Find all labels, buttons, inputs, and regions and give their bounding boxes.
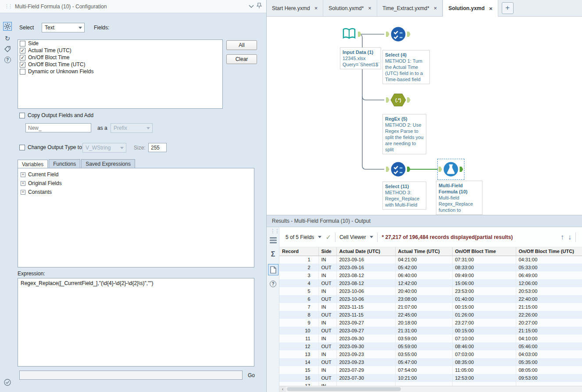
table-cell[interactable]: 21:15:00 xyxy=(516,327,582,335)
prefix-text-input[interactable] xyxy=(25,123,91,132)
output-anchor[interactable] xyxy=(460,167,463,172)
close-icon[interactable]: × xyxy=(314,5,318,11)
field-row[interactable]: ✓On/Off Bloct Time (UTC) xyxy=(18,61,222,68)
table-cell[interactable]: 2023-09-30 xyxy=(336,335,395,342)
tab-variables[interactable]: Variables xyxy=(18,160,48,169)
help-icon[interactable]: ? xyxy=(269,280,277,288)
table-cell[interactable]: 2023-10-06 xyxy=(336,287,395,295)
variables-tree[interactable]: +Current Field+Original Fields+Constants xyxy=(18,168,254,267)
table-row[interactable]: 5IN2023-10-0620:40:0023:53:0020:53:00 xyxy=(279,287,582,295)
tool-select-4[interactable] xyxy=(390,26,406,42)
table-cell[interactable]: 20:18:00 xyxy=(395,319,452,327)
sigma-icon[interactable]: Σ xyxy=(269,250,277,258)
table-cell[interactable]: 05:46:00 xyxy=(516,342,582,350)
table-cell[interactable]: 06:49:00 xyxy=(516,271,582,279)
table-cell[interactable]: 2023-09-23 xyxy=(336,350,395,358)
table-cell[interactable]: IN xyxy=(318,319,336,327)
new-workflow-tab-button[interactable]: + xyxy=(502,2,514,14)
table-cell[interactable]: 21:07:00 xyxy=(395,303,452,311)
table-cell[interactable]: 07:03:00 xyxy=(452,350,516,358)
table-cell[interactable]: 04:03:00 xyxy=(516,350,582,358)
table-cell[interactable]: 07:10:00 xyxy=(452,335,516,342)
table-cell[interactable]: 11:05:00 xyxy=(452,366,516,374)
table-row[interactable]: 1IN2023-09-1604:21:0007:31:0004:31:00 xyxy=(279,256,582,264)
table-cell[interactable]: 00:15:00 xyxy=(452,303,516,311)
refresh-circle-icon[interactable]: ↻ xyxy=(3,34,12,43)
table-row[interactable]: 16OUT2023-07-3010:21:0012:53:0009:53:00 xyxy=(279,374,582,382)
table-cell[interactable]: 2023-07-29 xyxy=(336,366,395,374)
field-checkbox[interactable]: ✓ xyxy=(20,62,25,68)
table-cell[interactable]: OUT xyxy=(318,342,336,350)
table-cell[interactable] xyxy=(516,382,582,386)
input-anchor[interactable] xyxy=(439,167,442,172)
tool-multi-field-formula[interactable] xyxy=(443,161,459,177)
table-cell[interactable]: 10:21:00 xyxy=(395,374,452,382)
table-cell[interactable]: 1 xyxy=(279,256,318,264)
column-header[interactable]: Side xyxy=(318,247,336,256)
table-cell[interactable]: 23:08:00 xyxy=(395,295,452,303)
expression-editor[interactable]: Regex_Replace([_CurrentField_],"(\d{4}-\… xyxy=(18,278,254,366)
table-cell[interactable]: 17 xyxy=(279,382,318,386)
field-checkbox[interactable]: ✓ xyxy=(20,55,25,61)
change-type-checkbox[interactable] xyxy=(19,145,25,150)
clear-button[interactable]: Clear xyxy=(226,54,257,64)
tool-select-11[interactable] xyxy=(390,161,406,177)
field-row[interactable]: Side xyxy=(18,40,222,47)
field-row[interactable]: ✓Actual Time (UTC) xyxy=(18,47,222,54)
table-cell[interactable]: 20:40:00 xyxy=(395,287,452,295)
panel-grip[interactable]: ⋮⋮ xyxy=(4,4,11,9)
table-cell[interactable]: OUT xyxy=(318,374,336,382)
table-cell[interactable]: 13 xyxy=(279,350,318,358)
table-cell[interactable]: 03:55:00 xyxy=(395,350,452,358)
table-cell[interactable]: 00:15:00 xyxy=(452,327,516,335)
close-icon[interactable]: × xyxy=(489,5,493,12)
table-cell[interactable]: 4 xyxy=(279,279,318,287)
table-row[interactable]: 2OUT2023-09-1605:42:0008:33:0005:33:00 xyxy=(279,264,582,271)
table-cell[interactable]: 2023-09-16 xyxy=(336,256,395,264)
table-cell[interactable]: 2023-09-23 xyxy=(336,358,395,366)
table-cell[interactable]: 22:40:00 xyxy=(516,295,582,303)
tool-input-data[interactable] xyxy=(341,26,357,42)
table-cell[interactable]: 7 xyxy=(279,303,318,311)
scrollbar-thumb[interactable] xyxy=(287,387,401,391)
table-cell[interactable]: 12:42:00 xyxy=(395,279,452,287)
table-cell[interactable]: 2023-08-12 xyxy=(336,279,395,287)
table-cell[interactable]: 08:33:00 xyxy=(452,264,516,271)
table-cell[interactable]: IN xyxy=(318,256,336,264)
table-cell[interactable]: 15 xyxy=(279,366,318,374)
table-cell[interactable]: 16 xyxy=(279,374,318,382)
table-row[interactable]: 13IN2023-09-2303:55:0007:03:0004:03:00 xyxy=(279,350,582,358)
scroll-left-button[interactable]: ‹ xyxy=(279,386,286,392)
table-cell[interactable]: 22:26:00 xyxy=(516,311,582,319)
table-cell[interactable]: 23:53:00 xyxy=(452,287,516,295)
field-row[interactable]: ✓On/Off Bloct Time xyxy=(18,54,222,61)
table-cell[interactable]: 09:53:00 xyxy=(516,374,582,382)
tree-item[interactable]: +Constants xyxy=(20,188,252,196)
gear-icon[interactable] xyxy=(3,22,12,31)
annotation-regex-5[interactable]: RegEx (5) METHOD 2: Use Regex Parse to s… xyxy=(382,114,426,154)
expand-icon[interactable]: + xyxy=(21,190,25,195)
check-circle-icon[interactable] xyxy=(3,378,12,387)
fields-dropdown[interactable]: 5 of 5 Fields xyxy=(286,234,314,240)
table-row[interactable]: 7IN2023-11-1521:07:0000:15:0021:15:00 xyxy=(279,303,582,311)
table-cell[interactable]: 20:53:00 xyxy=(516,287,582,295)
table-row[interactable]: 11IN2023-09-3003:59:0007:10:0004:10:00 xyxy=(279,335,582,342)
table-cell[interactable]: 2023-09-16 xyxy=(336,264,395,271)
table-row[interactable]: 3IN2023-08-1206:40:0009:49:0006:49:00 xyxy=(279,271,582,279)
table-cell[interactable]: 06:40:00 xyxy=(395,271,452,279)
table-cell[interactable]: 2023-07-30 xyxy=(336,374,395,382)
table-cell[interactable]: 12:06:00 xyxy=(516,279,582,287)
chevron-down-icon[interactable] xyxy=(370,236,373,238)
go-button[interactable]: Go xyxy=(248,372,255,378)
table-cell[interactable]: OUT xyxy=(318,264,336,271)
expand-icon[interactable]: + xyxy=(21,172,25,177)
field-checkbox[interactable] xyxy=(20,41,25,46)
size-input[interactable] xyxy=(148,143,167,152)
field-checkbox[interactable] xyxy=(20,69,25,75)
column-header[interactable]: On/Off Bloct Time (UTC) xyxy=(516,247,582,256)
column-header[interactable]: Actual Date (UTC) xyxy=(336,247,395,256)
table-cell[interactable]: IN xyxy=(318,335,336,342)
apply-check-icon[interactable]: ✓ xyxy=(325,233,331,241)
table-cell[interactable]: OUT xyxy=(318,358,336,366)
table-row[interactable]: 17IN xyxy=(279,382,582,386)
